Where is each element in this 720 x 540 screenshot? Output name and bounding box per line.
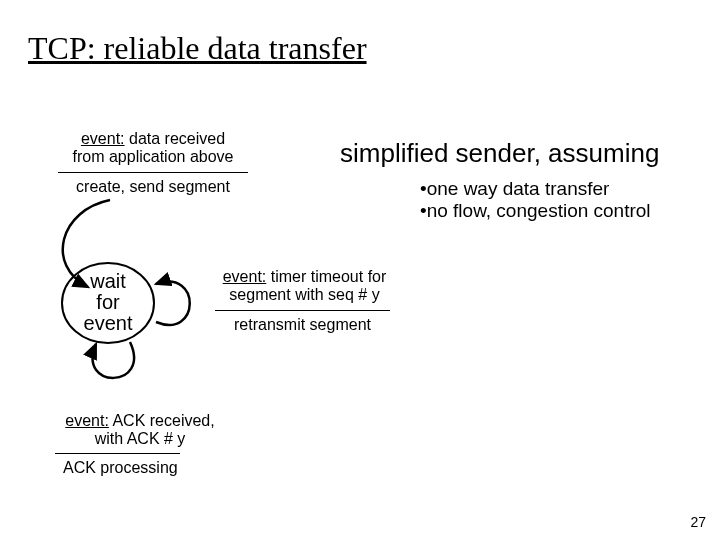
ack-event-line1-rest: ACK received, — [109, 412, 215, 429]
timeout-event-text: event: timer timeout for segment with se… — [202, 268, 407, 305]
top-event-text: event: data received from application ab… — [58, 130, 248, 167]
timeout-event-divider — [215, 310, 390, 311]
right-bullet-1: •one way data transfer — [420, 178, 609, 200]
timeout-event-line2: segment with seq # y — [229, 286, 379, 303]
ack-event-divider — [55, 453, 180, 454]
ack-event-prefix: event: — [65, 412, 109, 429]
timeout-event-action: retransmit segment — [215, 316, 390, 334]
top-event-divider — [58, 172, 248, 173]
slide-title: TCP: reliable data transfer — [28, 30, 367, 67]
ack-loop-arrow — [72, 334, 156, 404]
ack-event-line2: with ACK # y — [95, 430, 186, 447]
top-event-line2: from application above — [73, 148, 234, 165]
state-line2: for — [96, 291, 119, 313]
right-bullet-2: •no flow, congestion control — [420, 200, 651, 222]
slide: TCP: reliable data transfer event: data … — [0, 0, 720, 540]
ack-event-text: event: ACK received, with ACK # y — [40, 412, 240, 449]
state-line1: wait — [90, 270, 126, 292]
right-headline: simplified sender, assuming — [340, 138, 659, 169]
state-line3: event — [84, 312, 133, 334]
top-event-line1-rest: data received — [125, 130, 226, 147]
top-event-action: create, send segment — [60, 178, 246, 196]
timeout-event-prefix: event: — [223, 268, 267, 285]
top-event-prefix: event: — [81, 130, 125, 147]
ack-event-action: ACK processing — [55, 459, 213, 477]
page-number: 27 — [690, 514, 706, 530]
timeout-event-line1-rest: timer timeout for — [266, 268, 386, 285]
